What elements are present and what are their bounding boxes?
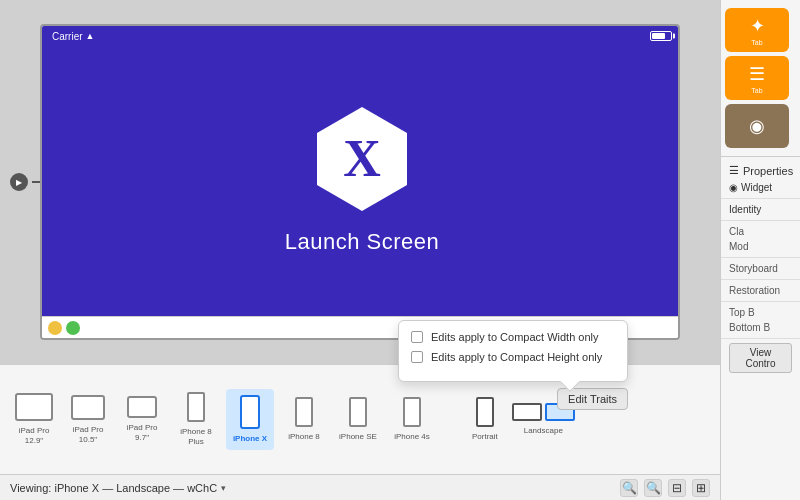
restoration-label: Restoration — [721, 283, 800, 298]
widget-label: Widget — [741, 182, 772, 193]
iphone-x-label: iPhone X — [233, 434, 267, 444]
top-b-label: Top B — [721, 305, 800, 320]
list-icon: ☰ — [749, 63, 765, 85]
yellow-dot — [48, 321, 62, 335]
device-item-ipad-pro-97[interactable]: iPad Pro9.7" — [118, 390, 166, 448]
orientation-portrait[interactable]: Portrait — [468, 391, 502, 448]
ipad-pro-105-label: iPad Pro10.5" — [73, 425, 104, 444]
compact-height-label: Edits apply to Compact Height only — [431, 351, 602, 363]
device-item-iphone4s[interactable]: iPhone 4s — [388, 391, 436, 448]
circle-tab-button[interactable]: ◉ — [725, 104, 789, 148]
portrait-icon — [476, 397, 494, 427]
circle-icon: ◉ — [749, 115, 765, 137]
view-controller-button[interactable]: View Contro — [729, 343, 792, 373]
device-item-ipad-pro-129[interactable]: iPad Pro12.9" — [10, 387, 58, 451]
module-label: Mod — [721, 239, 800, 254]
play-circle[interactable]: ▶ — [10, 173, 28, 191]
ipad-pro-129-icon — [15, 393, 53, 421]
battery-icon — [650, 31, 672, 41]
ipad-pro-97-label: iPad Pro9.7" — [127, 423, 158, 442]
class-label: Cla — [721, 224, 800, 239]
properties-icon: ☰ — [729, 164, 739, 177]
list-tab-button[interactable]: ☰ Tab — [725, 56, 789, 100]
identity-label: Identity — [729, 204, 761, 215]
divider-4 — [721, 279, 800, 280]
viewing-text: Viewing: iPhone X — Landscape — wChC — [10, 482, 217, 494]
iphone4s-icon — [403, 397, 421, 427]
device-item-ipad-pro-105[interactable]: iPad Pro10.5" — [64, 389, 112, 450]
bottom-status-bar: Viewing: iPhone X — Landscape — wChC ▾ 🔍… — [0, 474, 720, 500]
bottom-b-label: Bottom B — [721, 320, 800, 335]
iphone8-plus-icon — [187, 392, 205, 422]
divider-3 — [721, 257, 800, 258]
main-area: ▶ Carrier ▲ — [0, 0, 800, 500]
iphone8-plus-label: iPhone 8Plus — [180, 427, 212, 446]
device-item-iphone8[interactable]: iPhone 8 — [280, 391, 328, 448]
divider-1 — [721, 198, 800, 199]
canvas-area: ▶ Carrier ▲ — [0, 0, 720, 500]
viewing-status: Viewing: iPhone X — Landscape — wChC ▾ — [10, 482, 226, 494]
traits-tooltip: Edits apply to Compact Width only Edits … — [398, 320, 628, 382]
iphone8-label: iPhone 8 — [288, 432, 320, 442]
zoom-fit-button[interactable]: ⊟ — [668, 479, 686, 497]
divider-6 — [721, 338, 800, 339]
properties-label: Properties — [743, 165, 793, 177]
star-icon: ✦ — [750, 15, 765, 37]
widget-row: ◉ Widget — [721, 180, 800, 195]
hex-x-letter: X — [343, 133, 381, 185]
device-item-iphone8-plus[interactable]: iPhone 8Plus — [172, 386, 220, 452]
hex-logo: X — [317, 107, 407, 211]
divider-2 — [721, 220, 800, 221]
ipad-pro-97-icon — [127, 396, 157, 418]
carrier-text: Carrier ▲ — [52, 31, 94, 42]
landscape-label: Landscape — [524, 426, 563, 436]
device-screen: Carrier ▲ X Launch Screen — [42, 26, 680, 316]
identity-row: Identity — [721, 202, 800, 217]
portrait-label: Portrait — [472, 432, 498, 442]
launch-screen-text: Launch Screen — [285, 229, 440, 255]
star-tab-button[interactable]: ✦ Tab — [725, 8, 789, 52]
widget-icon: ◉ — [729, 182, 738, 193]
ipad-pro-105-icon — [71, 395, 105, 420]
iphone-se-label: iPhone SE — [339, 432, 377, 442]
green-dot — [66, 321, 80, 335]
list-tab-label: Tab — [751, 87, 762, 94]
device-item-iphone-se[interactable]: iPhone SE — [334, 391, 382, 448]
compact-width-row: Edits apply to Compact Width only — [411, 331, 615, 343]
compact-width-label: Edits apply to Compact Width only — [431, 331, 599, 343]
status-bar: Carrier ▲ — [42, 26, 680, 46]
ipad-pro-129-label: iPad Pro12.9" — [19, 426, 50, 445]
zoom-reset-button[interactable]: ⊞ — [692, 479, 710, 497]
iphone-se-icon — [349, 397, 367, 427]
storyboard-label: Storyboard — [721, 261, 800, 276]
sidebar-icon-group: ✦ Tab ☰ Tab ◉ — [721, 0, 800, 156]
divider-5 — [721, 301, 800, 302]
hexagon-shape: X — [317, 107, 407, 211]
star-tab-label: Tab — [751, 39, 762, 46]
canvas-scroll: ▶ Carrier ▲ — [0, 0, 720, 364]
zoom-controls: 🔍 🔍 ⊟ ⊞ — [620, 479, 710, 497]
chevron-down-icon[interactable]: ▾ — [221, 483, 226, 493]
device-item-iphone-x[interactable]: iPhone X — [226, 389, 274, 450]
iphone8-icon — [295, 397, 313, 427]
wifi-icon: ▲ — [86, 31, 95, 41]
compact-height-row: Edits apply to Compact Height only — [411, 351, 615, 363]
edit-traits-button[interactable]: Edit Traits — [557, 388, 628, 410]
properties-panel: ☰ Properties ◉ Widget Identity Cla Mod S… — [721, 156, 800, 500]
compact-width-checkbox[interactable] — [411, 331, 423, 343]
compact-height-checkbox[interactable] — [411, 351, 423, 363]
iphone-x-icon — [240, 395, 260, 429]
right-sidebar: ✦ Tab ☰ Tab ◉ ☰ Properties ◉ Widget Iden — [720, 0, 800, 500]
properties-header: ☰ Properties — [721, 161, 800, 180]
device-frame: Carrier ▲ X Launch Screen — [40, 24, 680, 340]
zoom-out-button[interactable]: 🔍 — [620, 479, 638, 497]
zoom-in-button[interactable]: 🔍 — [644, 479, 662, 497]
iphone4s-label: iPhone 4s — [394, 432, 430, 442]
